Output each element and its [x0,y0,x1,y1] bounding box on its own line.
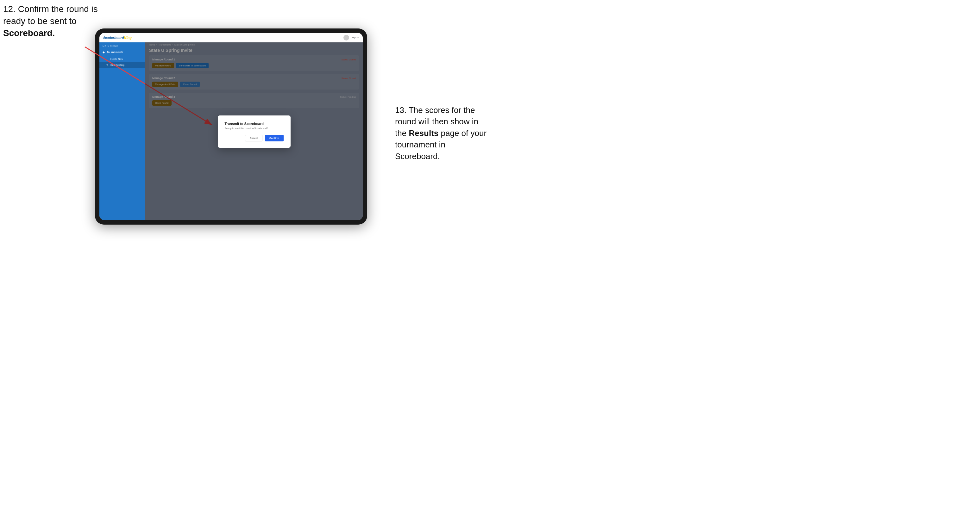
step13-text: 13. The scores for the round will then s… [395,105,487,161]
step12-text: 12. Confirm the round is ready to be sen… [3,4,98,26]
nav-right: Sign In [344,35,359,40]
signin-link[interactable]: Sign In [352,36,359,39]
edit-existing-label: Edit Existing [110,63,124,67]
app-layout: MAIN MENU ◆ Tournaments + Create New ✎ E… [99,42,363,220]
app-navbar: ℓeaderboardKing Sign In [99,33,363,42]
transmit-modal: Transmit to Scoreboard Ready to send thi… [218,116,291,148]
trophy-icon: ◆ [103,51,105,54]
step12-bold: Scoreboard. [3,28,55,38]
sidebar: MAIN MENU ◆ Tournaments + Create New ✎ E… [99,42,145,220]
modal-buttons: Cancel Confirm [225,135,284,141]
create-new-label: Create New [110,57,123,60]
modal-confirm-button[interactable]: Confirm [265,135,284,141]
logo-text: ℓeaderboardKing [103,36,132,40]
sidebar-item-create-new[interactable]: + Create New [99,56,145,62]
avatar [344,35,349,40]
plus-icon: + [107,57,108,60]
step13-annotation: 13. The scores for the round will then s… [395,105,487,162]
tournaments-label: Tournaments [107,51,123,54]
main-menu-label: MAIN MENU [99,42,145,48]
tablet-screen: ℓeaderboardKing Sign In MAIN MENU ◆ Tour… [99,33,363,220]
nav-logo: ℓeaderboardKing [103,36,132,40]
sidebar-item-tournaments[interactable]: ◆ Tournaments [99,48,145,56]
step13-bold: Results [409,129,438,138]
tablet-frame: ℓeaderboardKing Sign In MAIN MENU ◆ Tour… [95,29,367,225]
modal-title: Transmit to Scoreboard [225,122,284,125]
modal-overlay: Transmit to Scoreboard Ready to send thi… [145,42,363,220]
modal-cancel-button[interactable]: Cancel [245,135,262,141]
main-content: Home › Tournaments › State U Spring Invi… [145,42,363,220]
step12-annotation: 12. Confirm the round is ready to be sen… [3,3,105,39]
edit-icon: ✎ [107,63,108,67]
sidebar-item-edit-existing[interactable]: ✎ Edit Existing [99,62,145,68]
modal-subtitle: Ready to send this round to Scoreboard? [225,127,284,130]
